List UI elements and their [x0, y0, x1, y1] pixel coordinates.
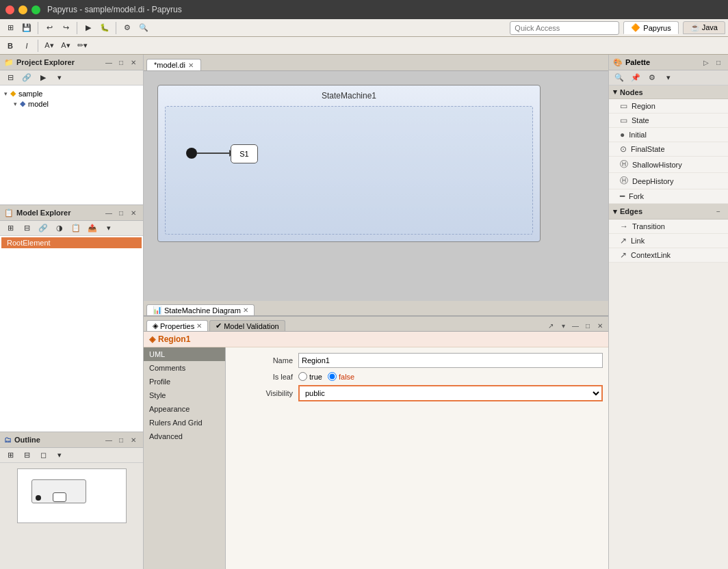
pe-menu-btn[interactable]: ▾ [52, 70, 67, 85]
palette-maximize-btn[interactable]: □ [713, 57, 724, 68]
pe-maximize-btn[interactable]: □ [116, 57, 127, 68]
props-style-item[interactable]: Style [144, 388, 225, 402]
editor-tab-close[interactable]: ✕ [188, 62, 194, 69]
misc-btn-2[interactable]: 🔍 [136, 21, 151, 36]
me-btn1[interactable]: ⊞ [3, 221, 18, 236]
palette-expand-btn[interactable]: ▷ [701, 57, 712, 68]
props-appearance-item[interactable]: Appearance [144, 402, 225, 416]
save-button[interactable]: 💾 [19, 21, 34, 36]
props-uml-item[interactable]: UML [144, 347, 225, 361]
palette-item-state[interactable]: ▭ State [609, 114, 728, 128]
props-tab-close[interactable]: ✕ [196, 322, 202, 330]
font-button[interactable]: A▾ [42, 38, 57, 53]
close-button[interactable] [5, 5, 14, 14]
palette-item-region[interactable]: ▭ Region [609, 99, 728, 114]
ol-maximize-btn[interactable]: □ [116, 434, 127, 445]
ol-mode-btn[interactable]: ◻ [36, 448, 51, 463]
palette-item-link[interactable]: ↗ Link [609, 234, 728, 248]
ol-btn1[interactable]: ⊞ [3, 448, 18, 463]
edges-collapse-btn[interactable]: − [713, 206, 724, 217]
bp-menu-btn[interactable]: ▾ [558, 320, 569, 331]
palette-item-shallowhistory[interactable]: Ⓗ ShallowHistory [609, 157, 728, 173]
pe-forward-btn[interactable]: ▶ [36, 70, 51, 85]
window-controls[interactable] [5, 5, 40, 14]
palette-item-transition[interactable]: → Transition [609, 220, 728, 234]
tab-papyrus[interactable]: 🔶 Papyrus [623, 21, 678, 34]
state-s1[interactable]: S1 [231, 144, 258, 163]
draw-button[interactable]: ✏▾ [75, 38, 90, 53]
ol-minimize-btn[interactable]: — [103, 434, 114, 445]
diagram-area[interactable]: StateMachine1 S1 [144, 71, 608, 301]
outline-buttons[interactable]: — □ ✕ [103, 434, 139, 445]
palette-menu-btn[interactable]: ▾ [661, 70, 676, 85]
project-explorer-buttons[interactable]: — □ ✕ [103, 57, 139, 68]
sm-tab-close[interactable]: ✕ [243, 306, 248, 314]
misc-btn-1[interactable]: ⚙ [120, 21, 135, 36]
editor-tab-model[interactable]: *model.di ✕ [146, 59, 201, 70]
color-button[interactable]: A▾ [58, 38, 73, 53]
palette-item-fork[interactable]: ━ Fork [609, 189, 728, 204]
false-radio[interactable] [328, 372, 337, 381]
palette-item-initial[interactable]: ● Initial [609, 128, 728, 142]
tree-item-sample[interactable]: ▾ ◆ sample [3, 88, 140, 98]
model-validation-tab[interactable]: ✔ Model Validation [209, 320, 285, 331]
me-minimize-btn[interactable]: — [103, 207, 114, 218]
name-input[interactable] [298, 353, 603, 368]
bp-maximize-btn[interactable]: □ [582, 320, 593, 331]
bp-close-btn[interactable]: ✕ [595, 320, 606, 331]
me-menu-btn[interactable]: ▾ [101, 221, 116, 236]
palette-search-btn[interactable]: 🔍 [612, 70, 627, 85]
statemachine-diagram-tab[interactable]: 📊 StateMachine Diagram ✕ [146, 304, 255, 315]
tab-java[interactable]: ☕ Java [683, 21, 725, 34]
root-element[interactable]: RootElement [1, 237, 142, 248]
ol-close-btn[interactable]: ✕ [128, 434, 139, 445]
debug-button[interactable]: 🐛 [97, 21, 112, 36]
outline-title: Outline [14, 436, 40, 444]
run-button[interactable]: ▶ [81, 21, 96, 36]
state-machine-container: StateMachine1 S1 [157, 85, 541, 242]
palette-buttons[interactable]: ▷ □ [701, 57, 724, 68]
props-rulers-item[interactable]: Rulers And Grid [144, 416, 225, 429]
palette-item-finalstate[interactable]: ⊙ FinalState [609, 142, 728, 157]
pe-collapse-btn[interactable]: ⊟ [3, 70, 18, 85]
false-radio-label[interactable]: false [328, 372, 354, 381]
bp-minimize-btn[interactable]: — [570, 320, 581, 331]
props-profile-item[interactable]: Profile [144, 375, 225, 388]
undo-button[interactable]: ↩ [42, 21, 57, 36]
quick-access-input[interactable] [510, 21, 619, 35]
true-radio[interactable] [298, 372, 307, 381]
tree-item-model[interactable]: ▾ ◆ model [3, 98, 140, 109]
initial-node[interactable] [186, 148, 197, 159]
visibility-select[interactable]: public private protected [298, 385, 603, 401]
properties-tab[interactable]: ◈ Properties ✕ [146, 320, 208, 331]
palette-settings-btn[interactable]: ⚙ [645, 70, 660, 85]
redo-button[interactable]: ↪ [58, 21, 73, 36]
true-radio-label[interactable]: true [298, 372, 322, 381]
me-maximize-btn[interactable]: □ [116, 207, 127, 218]
me-close-btn[interactable]: ✕ [128, 207, 139, 218]
bold-button[interactable]: B [3, 38, 18, 53]
maximize-button[interactable] [31, 5, 40, 14]
me-btn3[interactable]: 🔗 [36, 221, 51, 236]
me-btn6[interactable]: 📤 [85, 221, 100, 236]
bp-export-btn[interactable]: ↗ [545, 320, 556, 331]
new-button[interactable]: ⊞ [3, 21, 18, 36]
palette-item-deephistory[interactable]: Ⓗ DeepHistory [609, 173, 728, 189]
italic-button[interactable]: I [19, 38, 34, 53]
me-btn5[interactable]: 📋 [68, 221, 83, 236]
me-btn2[interactable]: ⊟ [19, 221, 34, 236]
model-explorer-buttons[interactable]: — □ ✕ [103, 207, 139, 218]
palette-nodes-section[interactable]: ▾ Nodes [609, 85, 728, 99]
palette-pin-btn[interactable]: 📌 [628, 70, 643, 85]
props-advanced-item[interactable]: Advanced [144, 429, 225, 443]
pe-link-btn[interactable]: 🔗 [19, 70, 34, 85]
palette-edges-section[interactable]: ▾ Edges − [609, 204, 728, 220]
pe-minimize-btn[interactable]: — [103, 57, 114, 68]
me-btn4[interactable]: ◑ [52, 221, 67, 236]
pe-close-btn[interactable]: ✕ [128, 57, 139, 68]
ol-menu-btn[interactable]: ▾ [52, 448, 67, 463]
ol-btn2[interactable]: ⊟ [19, 448, 34, 463]
minimize-button[interactable] [18, 5, 27, 14]
palette-item-contextlink[interactable]: ↗ ContextLink [609, 248, 728, 263]
props-comments-item[interactable]: Comments [144, 361, 225, 375]
